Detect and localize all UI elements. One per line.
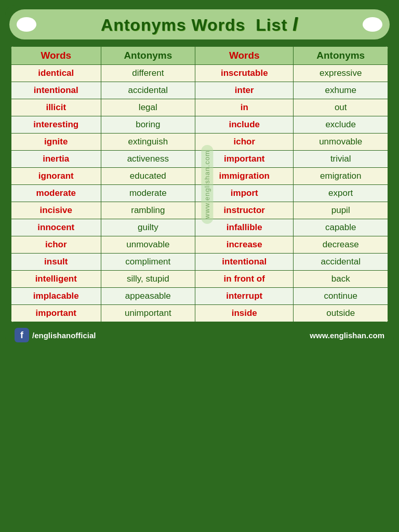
outer-container: Antonyms Words List I www.englishan.com … <box>5 5 394 347</box>
table-row: insultcomplimentintentionalaccidental <box>11 254 388 271</box>
antonym-cell: legal <box>101 99 195 116</box>
antonym-cell: unimportant <box>101 305 195 322</box>
facebook-icon: f <box>15 328 29 342</box>
word-cell: identical <box>11 65 101 82</box>
antonyms-table: Words Antonyms Words Antonyms identicald… <box>11 46 388 322</box>
word-cell: moderate <box>11 185 101 202</box>
header-words-2: Words <box>195 47 294 65</box>
word-cell: important <box>11 305 101 322</box>
word-cell: ignite <box>11 134 101 151</box>
page-title: Antonyms Words List I <box>101 14 298 35</box>
word-cell: illicit <box>11 99 101 116</box>
table-row: implacableappeasableinterruptcontinue <box>11 288 388 305</box>
facebook-handle: /englishanofficial <box>32 331 96 340</box>
header-antonyms-1: Antonyms <box>101 47 195 65</box>
antonym-cell: appeasable <box>101 288 195 305</box>
word-cell: in <box>195 99 294 116</box>
word-cell: important <box>195 151 294 168</box>
word-cell: ichor <box>11 236 101 254</box>
word-cell: infallible <box>195 219 294 236</box>
antonym-cell: guilty <box>101 219 195 236</box>
word-cell: intelligent <box>11 271 101 288</box>
word-cell: ignorant <box>11 168 101 185</box>
table-row: intelligentsilly, stupidin front ofback <box>11 271 388 288</box>
antonym-cell: silly, stupid <box>101 271 195 288</box>
antonym-cell: different <box>101 65 195 82</box>
oval-left-decoration <box>17 17 36 32</box>
word-cell: inter <box>195 82 294 99</box>
antonym-cell: decrease <box>294 236 388 254</box>
antonym-cell: emigration <box>294 168 388 185</box>
page-title-roman: I <box>292 14 298 35</box>
word-cell: incisive <box>11 202 101 219</box>
antonym-cell: exhume <box>294 82 388 99</box>
word-cell: intentional <box>195 254 294 271</box>
antonym-cell: back <box>294 271 388 288</box>
word-cell: instructor <box>195 202 294 219</box>
table-row: innocentguiltyinfalliblecapable <box>11 219 388 236</box>
antonym-cell: activeness <box>101 151 195 168</box>
word-cell: inscrutable <box>195 65 294 82</box>
word-cell: include <box>195 116 294 134</box>
footer-left: f /englishanofficial <box>15 328 96 342</box>
oval-right-decoration <box>363 17 382 32</box>
word-cell: interesting <box>11 116 101 134</box>
table-row: illicitlegalinout <box>11 99 388 116</box>
antonym-cell: moderate <box>101 185 195 202</box>
footer: f /englishanofficial www.englishan.com <box>9 328 390 342</box>
antonym-cell: expressive <box>294 65 388 82</box>
table-wrapper: www.englishan.com Words Antonyms Words A… <box>9 45 390 324</box>
table-header-row: Words Antonyms Words Antonyms <box>11 47 388 65</box>
word-cell: implacable <box>11 288 101 305</box>
antonym-cell: accidental <box>294 254 388 271</box>
antonym-cell: extinguish <box>101 134 195 151</box>
title-bar: Antonyms Words List I <box>9 9 390 39</box>
header-antonyms-2: Antonyms <box>294 47 388 65</box>
table-row: igniteextinguishichorunmovable <box>11 134 388 151</box>
table-row: incisiveramblinginstructorpupil <box>11 202 388 219</box>
word-cell: import <box>195 185 294 202</box>
antonym-cell: unmovable <box>294 134 388 151</box>
word-cell: immigration <box>195 168 294 185</box>
table-row: importantunimportantinsideoutside <box>11 305 388 322</box>
word-cell: innocent <box>11 219 101 236</box>
word-cell: insult <box>11 254 101 271</box>
antonym-cell: boring <box>101 116 195 134</box>
antonym-cell: rambling <box>101 202 195 219</box>
header-words-1: Words <box>11 47 101 65</box>
antonym-cell: capable <box>294 219 388 236</box>
antonym-cell: unmovable <box>101 236 195 254</box>
table-row: identicaldifferentinscrutableexpressive <box>11 65 388 82</box>
word-cell: increase <box>195 236 294 254</box>
antonym-cell: outside <box>294 305 388 322</box>
table-row: ichorunmovableincreasedecrease <box>11 236 388 254</box>
antonym-cell: pupil <box>294 202 388 219</box>
word-cell: intentional <box>11 82 101 99</box>
word-cell: inside <box>195 305 294 322</box>
table-row: inertiaactivenessimportanttrivial <box>11 151 388 168</box>
antonym-cell: compliment <box>101 254 195 271</box>
footer-website: www.englishan.com <box>310 331 384 340</box>
word-cell: in front of <box>195 271 294 288</box>
table-row: ignoranteducatedimmigrationemigration <box>11 168 388 185</box>
table-row: intentionalaccidentalinterexhume <box>11 82 388 99</box>
antonym-cell: trivial <box>294 151 388 168</box>
table-row: moderatemoderateimportexport <box>11 185 388 202</box>
antonym-cell: accidental <box>101 82 195 99</box>
word-cell: interrupt <box>195 288 294 305</box>
table-row: interestingboringincludeexclude <box>11 116 388 134</box>
antonym-cell: exclude <box>294 116 388 134</box>
antonym-cell: export <box>294 185 388 202</box>
antonym-cell: continue <box>294 288 388 305</box>
antonym-cell: out <box>294 99 388 116</box>
word-cell: inertia <box>11 151 101 168</box>
word-cell: ichor <box>195 134 294 151</box>
antonym-cell: educated <box>101 168 195 185</box>
